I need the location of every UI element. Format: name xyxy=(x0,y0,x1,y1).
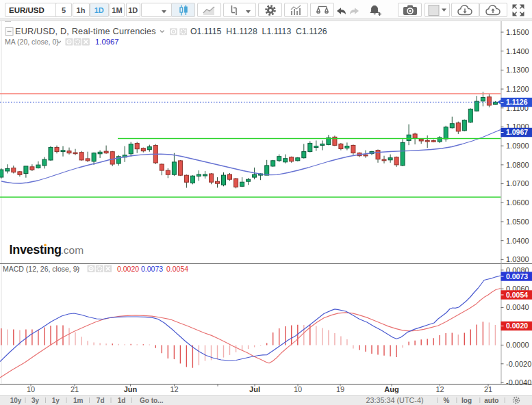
svg-text:Go to...: Go to... xyxy=(140,397,164,404)
svg-text:21: 21 xyxy=(71,385,79,393)
svg-text:1.1300: 1.1300 xyxy=(506,66,529,74)
svg-text:1.1500: 1.1500 xyxy=(506,28,529,36)
svg-text:1d: 1d xyxy=(118,397,126,404)
svg-text:log: log xyxy=(461,397,472,404)
svg-text:Aug: Aug xyxy=(384,385,398,393)
svg-text:21: 21 xyxy=(484,385,492,393)
svg-text:Jul: Jul xyxy=(249,385,260,393)
svg-text:1.0500: 1.0500 xyxy=(506,218,529,226)
svg-text:12: 12 xyxy=(170,385,178,393)
svg-text:0.0020: 0.0020 xyxy=(506,322,528,330)
svg-text:1.0900: 1.0900 xyxy=(506,142,529,150)
svg-text:MA (20, close, 0): MA (20, close, 0) xyxy=(5,38,59,46)
svg-text:0.0040: 0.0040 xyxy=(506,303,529,311)
svg-text:0.0073: 0.0073 xyxy=(506,272,528,280)
svg-text:3y: 3y xyxy=(31,397,40,404)
svg-text:1.0967: 1.0967 xyxy=(506,128,528,136)
svg-text:19: 19 xyxy=(336,385,344,393)
svg-text:1.0400: 1.0400 xyxy=(506,237,529,245)
svg-text:auto: auto xyxy=(484,397,498,404)
svg-text:O1.1115 H1.1128 L1.1113 C1.: O1.1115 H1.1128 L1.1113 C1.1126 xyxy=(190,27,327,36)
svg-text:.com: .com xyxy=(61,244,84,256)
svg-text:Investıng: Investıng xyxy=(10,243,62,257)
svg-text:1.0300: 1.0300 xyxy=(506,255,529,263)
svg-text:1.0600: 1.0600 xyxy=(506,198,529,207)
svg-text:23:35:34 (UTC-4): 23:35:34 (UTC-4) xyxy=(366,396,423,404)
svg-text:-0.0020: -0.0020 xyxy=(506,360,531,368)
svg-text:0.0054: 0.0054 xyxy=(506,291,528,299)
svg-text:1.1126: 1.1126 xyxy=(506,98,528,106)
svg-text:12: 12 xyxy=(435,385,444,393)
svg-text:1y: 1y xyxy=(52,397,60,404)
svg-text:0.0054: 0.0054 xyxy=(166,265,188,273)
svg-text:10: 10 xyxy=(27,385,35,393)
svg-text:0.0020: 0.0020 xyxy=(117,265,139,273)
svg-text:%: % xyxy=(444,397,450,404)
svg-text:Jun: Jun xyxy=(124,385,138,393)
svg-text:1.0700: 1.0700 xyxy=(506,179,529,187)
svg-text:-0.0040: -0.0040 xyxy=(506,378,531,387)
svg-text:EUR/USD, D, Real-time Currenci: EUR/USD, D, Real-time Currencies xyxy=(15,27,156,36)
svg-text:MACD (12, 26, close, 9): MACD (12, 26, close, 9) xyxy=(3,265,79,273)
svg-text:1.0967: 1.0967 xyxy=(95,38,119,46)
svg-text:1.1200: 1.1200 xyxy=(506,85,529,93)
svg-text:0.0000: 0.0000 xyxy=(506,341,529,349)
svg-text:7d: 7d xyxy=(97,397,105,404)
svg-text:0.0073: 0.0073 xyxy=(141,265,163,273)
svg-text:1.0800: 1.0800 xyxy=(506,161,529,169)
svg-text:10: 10 xyxy=(294,385,302,393)
svg-text:10y: 10y xyxy=(10,397,22,404)
svg-text:1m: 1m xyxy=(73,397,84,404)
svg-text:1.1400: 1.1400 xyxy=(506,47,529,55)
